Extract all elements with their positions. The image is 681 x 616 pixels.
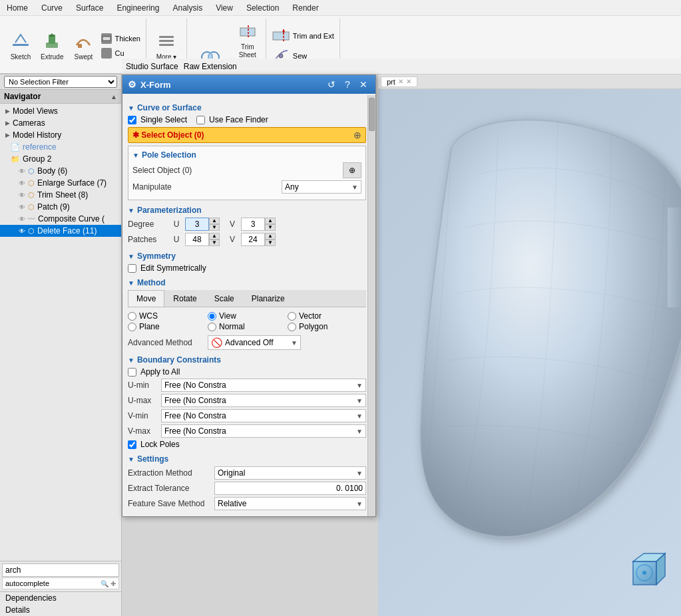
xform-help-btn[interactable]: ? bbox=[341, 78, 354, 91]
patches-u-spinbox[interactable]: ▲ ▼ bbox=[185, 233, 220, 246]
degree-v-spin-down[interactable]: ▼ bbox=[265, 224, 276, 231]
umax-dropdown[interactable]: Free (No Constra ▼ bbox=[161, 394, 366, 407]
radio-wcs-label: WCS bbox=[139, 311, 158, 321]
patches-v-spin-down[interactable]: ▼ bbox=[265, 239, 276, 246]
lock-poles-checkbox[interactable] bbox=[128, 440, 136, 449]
viewport-tab-label: prt bbox=[387, 78, 395, 86]
viewport-tab-close[interactable]: ✕ bbox=[406, 78, 411, 85]
vmin-dropdown[interactable]: Free (No Constra ▼ bbox=[161, 409, 366, 422]
nav-item-trim-sheet-nav[interactable]: 👁 ⬡ Trim Sheet (8) bbox=[0, 189, 121, 201]
section-header-method[interactable]: ▼ Method bbox=[128, 278, 366, 287]
patches-v-spin-up[interactable]: ▲ bbox=[265, 233, 276, 239]
select-object-row[interactable]: ✱ Select Object (0) ⊕ bbox=[128, 127, 366, 143]
ribbon-btn-cu[interactable]: Cu bbox=[99, 47, 143, 60]
nav-item-patch[interactable]: 👁 ⬡ Patch (9) bbox=[0, 201, 121, 213]
feature-save-method-dropdown[interactable]: Relative ▼ bbox=[214, 497, 366, 510]
menu-surface[interactable]: Surface bbox=[69, 2, 110, 14]
svg-rect-4 bbox=[78, 44, 82, 48]
pole-select-object-btn[interactable]: ⊕ bbox=[343, 162, 361, 178]
nav-search-input[interactable] bbox=[2, 563, 119, 577]
degree-v-input[interactable] bbox=[241, 218, 265, 231]
menu-view[interactable]: View bbox=[209, 2, 240, 14]
menu-curve[interactable]: Curve bbox=[35, 2, 69, 14]
radio-normal-input[interactable] bbox=[208, 323, 216, 331]
patches-v-input[interactable] bbox=[241, 233, 265, 246]
ribbon-btn-sketch[interactable]: Sketch bbox=[5, 19, 36, 73]
tab-planarize[interactable]: Planarize bbox=[243, 290, 294, 307]
advanced-method-dropdown[interactable]: 🚫 Advanced Off ▼ bbox=[208, 335, 301, 350]
sketch-icon bbox=[10, 31, 31, 52]
nav-item-dependencies[interactable]: Dependencies bbox=[0, 592, 121, 604]
extract-tolerance-input[interactable] bbox=[214, 482, 366, 495]
radio-plane-input[interactable] bbox=[128, 323, 136, 331]
degree-v-spinbox[interactable]: ▲ ▼ bbox=[241, 218, 276, 231]
radio-polygon-input[interactable] bbox=[288, 323, 296, 331]
ribbon-btn-trim-ext[interactable]: Trim and Ext bbox=[269, 27, 337, 45]
apply-to-all-checkbox[interactable] bbox=[128, 368, 136, 377]
single-select-checkbox[interactable] bbox=[128, 116, 136, 124]
nav-collapse-arrow[interactable]: ▲ bbox=[111, 93, 117, 100]
degree-u-input[interactable] bbox=[185, 218, 209, 231]
section-header-param[interactable]: ▼ Parameterization bbox=[128, 206, 366, 215]
radio-wcs-input[interactable] bbox=[128, 312, 136, 321]
no-selection-filter[interactable]: No Selection Filter bbox=[4, 76, 117, 88]
xform-refresh-btn[interactable]: ↺ bbox=[325, 78, 338, 91]
nav-item-group2[interactable]: 📁 Group 2 bbox=[0, 153, 121, 165]
pole-selection-header[interactable]: ▼ Pole Selection bbox=[132, 150, 361, 160]
patches-u-spin-up[interactable]: ▲ bbox=[209, 233, 220, 239]
degree-u-spin-up[interactable]: ▲ bbox=[209, 218, 220, 224]
use-face-finder-checkbox[interactable] bbox=[196, 116, 205, 124]
extraction-method-label: Extraction Method bbox=[128, 468, 214, 478]
nav-item-cameras[interactable]: ▶ Cameras bbox=[0, 117, 121, 129]
ribbon-btn-trim-sheet[interactable]: TrimSheet bbox=[232, 19, 263, 61]
xform-close-btn[interactable]: ✕ bbox=[357, 78, 370, 91]
xform-scroll-thumb[interactable] bbox=[369, 98, 375, 131]
manipulate-dropdown[interactable]: Any ▼ bbox=[282, 180, 361, 194]
section-header-settings[interactable]: ▼ Settings bbox=[128, 454, 366, 464]
advanced-no-icon: 🚫 bbox=[211, 337, 222, 348]
nav-item-delete-face[interactable]: 👁 ⬡ Delete Face (11) bbox=[0, 225, 121, 237]
menu-home[interactable]: Home bbox=[0, 2, 35, 14]
nav-item-enlarge-surface[interactable]: 👁 ⬡ Enlarge Surface (7) bbox=[0, 177, 121, 189]
viewport-cube-widget[interactable] bbox=[620, 548, 668, 596]
menu-engineering[interactable]: Engineering bbox=[110, 2, 166, 14]
patches-u-spin-down[interactable]: ▼ bbox=[209, 239, 220, 246]
section-header-bc[interactable]: ▼ Boundary Constraints bbox=[128, 355, 366, 365]
nav-item-model-history[interactable]: ▶ Model History bbox=[0, 129, 121, 141]
menu-selection[interactable]: Selection bbox=[240, 2, 286, 14]
ribbon-btn-swept[interactable]: Swept bbox=[68, 19, 99, 73]
tab-move[interactable]: Move bbox=[128, 290, 164, 307]
xform-title-text: X-Form bbox=[140, 80, 171, 90]
nav-item-body6[interactable]: 👁 ⬡ Body (6) bbox=[0, 165, 121, 177]
edit-symmetrically-row: Edit Symmetrically bbox=[128, 263, 366, 273]
degree-u-spin-down[interactable]: ▼ bbox=[209, 224, 220, 231]
extraction-method-dropdown[interactable]: Original ▼ bbox=[214, 466, 366, 480]
more-icon bbox=[156, 31, 177, 52]
viewport-tab-active[interactable]: prt ✕ ✕ bbox=[381, 77, 417, 87]
autocomplete-icons[interactable]: 🔍 ✚ bbox=[101, 580, 116, 587]
select-object-icon: ⊕ bbox=[353, 130, 361, 140]
nav-item-model-views[interactable]: ▶ Model Views bbox=[0, 105, 121, 117]
tab-scale[interactable]: Scale bbox=[206, 290, 243, 307]
menu-analysis[interactable]: Analysis bbox=[166, 2, 209, 14]
tab-rotate[interactable]: Rotate bbox=[164, 290, 205, 307]
patches-v-spinbox[interactable]: ▲ ▼ bbox=[241, 233, 276, 246]
nav-item-composite-curve[interactable]: 👁 〰 Composite Curve ( bbox=[0, 213, 121, 225]
nav-item-reference[interactable]: 📄 reference bbox=[0, 141, 121, 153]
manipulate-label: Manipulate bbox=[132, 182, 172, 192]
nav-item-details[interactable]: Details bbox=[0, 604, 121, 616]
radio-vector-input[interactable] bbox=[288, 312, 296, 321]
degree-u-spinbox[interactable]: ▲ ▼ bbox=[185, 218, 220, 231]
radio-view-input[interactable] bbox=[208, 312, 216, 321]
umin-dropdown[interactable]: Free (No Constra ▼ bbox=[161, 379, 366, 392]
vmax-dropdown[interactable]: Free (No Constra ▼ bbox=[161, 424, 366, 438]
ribbon-btn-extrude[interactable]: Extrude bbox=[36, 19, 68, 73]
menu-render[interactable]: Render bbox=[286, 2, 325, 14]
section-header-symmetry[interactable]: ▼ Symmetry bbox=[128, 251, 366, 261]
ribbon-btn-thicken[interactable]: Thicken bbox=[99, 32, 143, 45]
patches-u-input[interactable] bbox=[185, 233, 209, 246]
xform-scrollbar[interactable] bbox=[367, 95, 375, 516]
degree-v-spin-up[interactable]: ▲ bbox=[265, 218, 276, 224]
edit-symmetrically-checkbox[interactable] bbox=[128, 264, 136, 273]
section-header-curve-surface[interactable]: ▼ Curve or Surface bbox=[128, 103, 366, 112]
